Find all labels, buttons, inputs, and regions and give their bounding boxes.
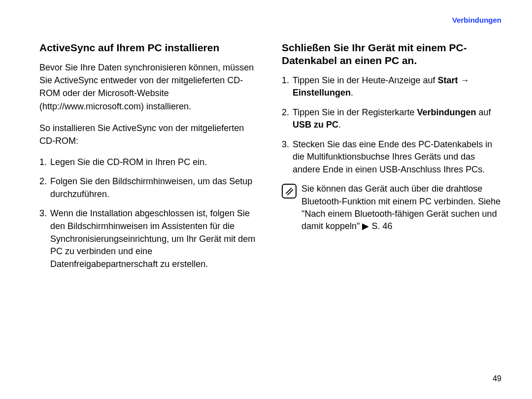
step-text: auf [476, 107, 491, 117]
step-text: . [338, 120, 341, 130]
content-columns: ActiveSync auf Ihrem PC installieren Bev… [39, 41, 502, 277]
step-text: Tippen Sie in der Registerkarte [293, 107, 417, 117]
left-steps: Legen Sie die CD-ROM in Ihren PC ein. Fo… [39, 156, 260, 270]
step-bold: Verbindungen [417, 107, 476, 117]
right-column: Schließen Sie Ihr Gerät mit einem PC-Dat… [282, 41, 502, 277]
list-item: Tippen Sie in der Registerkarte Verbindu… [282, 106, 502, 132]
right-heading: Schließen Sie Ihr Gerät mit einem PC-Dat… [282, 41, 502, 67]
left-heading: ActiveSync auf Ihrem PC installieren [39, 41, 260, 54]
list-item: Tippen Sie in der Heute-Anzeige auf Star… [282, 74, 502, 100]
page-number: 49 [493, 374, 501, 383]
left-intro: Bevor Sie Ihre Daten synchronisieren kön… [39, 61, 260, 112]
note-text: Sie können das Gerät auch über die draht… [301, 183, 502, 233]
left-lead: So installieren Sie ActiveSync von der m… [39, 122, 260, 147]
left-column: ActiveSync auf Ihrem PC installieren Bev… [39, 41, 260, 277]
header-section-link[interactable]: Verbindungen [452, 16, 501, 24]
step-text: Tippen Sie in der Heute-Anzeige auf [293, 75, 438, 85]
note-box: Sie können das Gerät auch über die draht… [282, 183, 502, 233]
note-icon [282, 184, 297, 199]
step-text: . [351, 88, 353, 98]
list-item: Legen Sie die CD-ROM in Ihren PC ein. [39, 156, 260, 169]
right-steps: Tippen Sie in der Heute-Anzeige auf Star… [282, 74, 502, 176]
step-bold: USB zu PC [293, 120, 338, 130]
list-item: Wenn die Installation abgeschlossen ist,… [39, 207, 260, 270]
list-item: Folgen Sie den Bildschirmhinweisen, um d… [39, 175, 260, 200]
list-item: Stecken Sie das eine Ende des PC-Datenka… [282, 138, 502, 176]
